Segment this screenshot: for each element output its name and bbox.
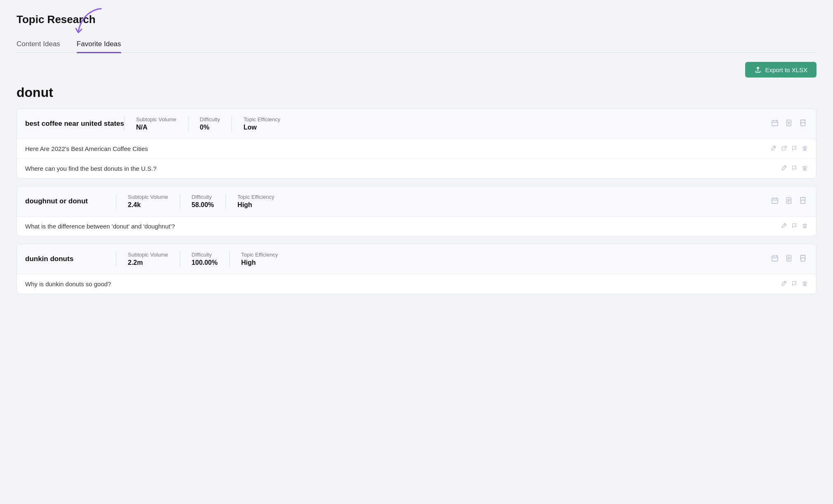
card-header-actions <box>770 194 808 209</box>
bookmark-icon[interactable] <box>798 253 808 265</box>
tabs-row: Content Ideas Favorite Ideas <box>16 38 817 53</box>
row-actions <box>791 280 808 288</box>
svg-rect-3 <box>772 198 778 203</box>
card-topic-label: doughnut or donut <box>25 194 116 209</box>
toolbar: Export to XLSX <box>16 62 817 78</box>
edit-icon[interactable] <box>781 165 787 172</box>
card-stats: Subtopic Volume2.4kDifficulty58.00%Topic… <box>116 194 770 209</box>
card-topic-label: dunkin donuts <box>25 252 116 266</box>
flag-icon[interactable] <box>791 145 798 153</box>
stat-subtopic-volume-label: Subtopic Volume <box>128 252 168 258</box>
stat-topic-efficiency-label: Topic Efficiency <box>243 116 280 122</box>
stat-subtopic-volume: Subtopic Volume2.4k <box>116 194 180 209</box>
calendar-icon[interactable] <box>770 195 780 207</box>
row-title: Why is dunkin donuts so good? <box>25 280 777 287</box>
stat-subtopic-volume-value: N/A <box>136 124 176 131</box>
edit-icon[interactable] <box>781 280 787 288</box>
stat-topic-efficiency-value: Low <box>243 124 280 131</box>
trash-icon[interactable] <box>802 280 808 288</box>
bookmark-icon[interactable] <box>798 118 808 130</box>
calendar-icon[interactable] <box>770 253 780 265</box>
export-icon <box>754 66 762 73</box>
external-link-icon[interactable] <box>781 145 787 153</box>
row-actions <box>791 165 808 172</box>
stat-topic-efficiency-value: High <box>238 201 274 209</box>
stat-difficulty-value: 58.00% <box>192 201 214 209</box>
trash-icon[interactable] <box>802 223 808 230</box>
stat-topic-efficiency-value: High <box>241 259 278 266</box>
card-header-actions <box>770 116 808 131</box>
doc-icon[interactable] <box>784 195 794 207</box>
card-rows: What is the difference between 'donut' a… <box>17 217 816 236</box>
stat-subtopic-volume-value: 2.4k <box>128 201 168 209</box>
card-stats: Subtopic VolumeN/ADifficulty0%Topic Effi… <box>124 116 770 131</box>
page-title: Topic Research <box>16 13 817 26</box>
flag-icon[interactable] <box>791 165 798 172</box>
card-card-1: best coffee near united statesSubtopic V… <box>16 108 817 179</box>
row-actions <box>781 145 808 153</box>
table-row: Where can you find the best donuts in th… <box>17 159 816 178</box>
stat-difficulty-value: 100.00% <box>192 259 218 266</box>
edit-icon[interactable] <box>781 222 787 230</box>
trash-icon[interactable] <box>802 145 808 153</box>
stat-difficulty: Difficulty0% <box>188 116 232 131</box>
stat-topic-efficiency: Topic EfficiencyLow <box>231 116 292 131</box>
card-card-2: doughnut or donutSubtopic Volume2.4kDiff… <box>16 186 817 236</box>
row-title: Where can you find the best donuts in th… <box>25 165 777 172</box>
stat-difficulty-value: 0% <box>200 124 220 131</box>
stat-subtopic-volume-label: Subtopic Volume <box>128 194 168 200</box>
stat-topic-efficiency: Topic EfficiencyHigh <box>226 194 286 209</box>
stat-topic-efficiency-label: Topic Efficiency <box>241 252 278 258</box>
card-rows: Why is dunkin donuts so good? <box>17 274 816 294</box>
stat-difficulty-label: Difficulty <box>192 194 214 200</box>
stat-subtopic-volume: Subtopic VolumeN/A <box>124 116 188 131</box>
svg-rect-6 <box>772 256 778 261</box>
trash-icon[interactable] <box>802 165 808 172</box>
tab-favorite-ideas[interactable]: Favorite Ideas <box>77 38 121 52</box>
doc-icon[interactable] <box>784 253 794 265</box>
card-topic-label: best coffee near united states <box>25 116 124 131</box>
card-header: dunkin donutsSubtopic Volume2.2mDifficul… <box>17 244 816 274</box>
card-card-3: dunkin donutsSubtopic Volume2.2mDifficul… <box>16 244 817 294</box>
card-header: best coffee near united statesSubtopic V… <box>17 109 816 139</box>
table-row: Here Are 2022's Best American Coffee Cit… <box>17 139 816 159</box>
svg-rect-0 <box>772 120 778 126</box>
flag-icon[interactable] <box>791 280 798 288</box>
flag-icon[interactable] <box>791 223 798 230</box>
tab-content-ideas[interactable]: Content Ideas <box>16 38 60 52</box>
stat-difficulty: Difficulty58.00% <box>180 194 226 209</box>
stat-subtopic-volume-label: Subtopic Volume <box>136 116 176 122</box>
cards-container: best coffee near united statesSubtopic V… <box>16 108 817 294</box>
stat-difficulty-label: Difficulty <box>200 116 220 122</box>
row-title: Here Are 2022's Best American Coffee Cit… <box>25 145 766 152</box>
stat-subtopic-volume: Subtopic Volume2.2m <box>116 252 180 266</box>
stat-difficulty: Difficulty100.00% <box>180 252 229 266</box>
row-actions <box>791 223 808 230</box>
doc-icon[interactable] <box>784 118 794 130</box>
card-rows: Here Are 2022's Best American Coffee Cit… <box>17 139 816 178</box>
bookmark-icon[interactable] <box>798 195 808 207</box>
stat-subtopic-volume-value: 2.2m <box>128 259 168 266</box>
calendar-icon[interactable] <box>770 118 780 130</box>
table-row: What is the difference between 'donut' a… <box>17 217 816 236</box>
search-heading: donut <box>16 85 817 100</box>
card-stats: Subtopic Volume2.2mDifficulty100.00%Topi… <box>116 252 770 266</box>
stat-topic-efficiency-label: Topic Efficiency <box>238 194 274 200</box>
card-header-actions <box>770 252 808 266</box>
table-row: Why is dunkin donuts so good? <box>17 274 816 294</box>
row-title: What is the difference between 'donut' a… <box>25 223 777 230</box>
stat-topic-efficiency: Topic EfficiencyHigh <box>229 252 289 266</box>
card-header: doughnut or donutSubtopic Volume2.4kDiff… <box>17 186 816 217</box>
stat-difficulty-label: Difficulty <box>192 252 218 258</box>
edit-icon[interactable] <box>770 145 777 153</box>
export-button[interactable]: Export to XLSX <box>745 62 817 78</box>
